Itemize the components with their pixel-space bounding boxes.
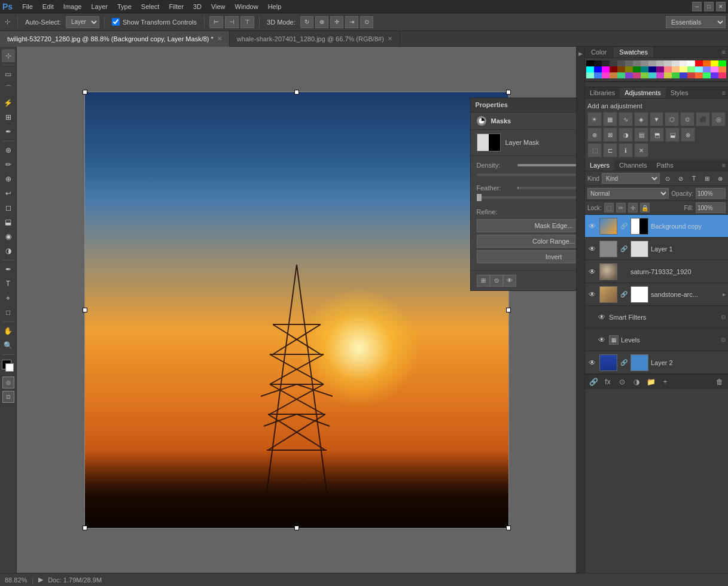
swatch-blue[interactable]	[594, 66, 602, 72]
swatch-orchid[interactable]	[656, 72, 664, 78]
kind-icon4[interactable]: ⊞	[702, 173, 712, 184]
smartfilters-options[interactable]: ⊙	[721, 314, 726, 320]
zoom-tool-btn[interactable]: 🔍	[2, 339, 15, 352]
adj-curves-btn[interactable]: ∿	[619, 112, 633, 126]
swatch-seafoam[interactable]	[617, 72, 625, 78]
swatch-gray4[interactable]	[617, 60, 625, 66]
gradient-btn[interactable]: ⬓	[2, 215, 15, 229]
swatch-aqua[interactable]	[648, 72, 656, 78]
adj-colorbal-btn[interactable]: ⊙	[680, 112, 695, 126]
swatch-gray3[interactable]	[610, 60, 617, 66]
layers-adj-btn[interactable]: ◑	[630, 377, 642, 387]
lock-image-btn[interactable]: ✏	[616, 203, 626, 212]
menu-help[interactable]: Help	[263, 2, 287, 11]
3d-pan-btn[interactable]: ✛	[330, 16, 343, 28]
menu-select[interactable]: Select	[136, 2, 165, 11]
layers-tab-channels[interactable]: Channels	[614, 160, 651, 171]
layer-row-saturn[interactable]: 👁 saturn-719332_1920	[585, 260, 728, 283]
align-center-btn[interactable]: ⊣	[225, 16, 239, 28]
swatch-pink[interactable]	[602, 72, 610, 78]
swatch-medpurple[interactable]	[711, 72, 718, 78]
tab-swatches[interactable]: Swatches	[613, 47, 654, 57]
layer-select[interactable]: Layer	[66, 16, 99, 28]
blend-mode-select[interactable]: Normal	[587, 188, 669, 199]
adj-selcolor-btn[interactable]: ⊗	[681, 127, 695, 142]
move-tool[interactable]: ⊹	[2, 17, 13, 27]
dodge-btn[interactable]: ◑	[2, 244, 15, 257]
layers-mask-btn[interactable]: ⊙	[616, 377, 628, 387]
menu-edit[interactable]: Edit	[38, 2, 59, 11]
swatch-green[interactable]	[718, 60, 726, 66]
kind-icon3[interactable]: T	[689, 173, 699, 184]
layers-tab-layers[interactable]: Layers	[585, 160, 614, 171]
opacity-input[interactable]	[696, 188, 726, 199]
3d-scale-btn[interactable]: ⊙	[360, 16, 373, 28]
tab-twilight-close[interactable]: ✕	[217, 35, 222, 42]
swatch-coral[interactable]	[718, 66, 726, 72]
color-swatches[interactable]	[2, 360, 15, 373]
adj-info-btn[interactable]: ℹ	[619, 143, 633, 157]
swatch-slateblue[interactable]	[680, 72, 687, 78]
adj-hsl-btn[interactable]: ⬡	[665, 112, 679, 126]
adj-delete-btn[interactable]: ✕	[634, 143, 648, 157]
lock-transparency-btn[interactable]: ⬚	[604, 203, 614, 212]
layer-expand-arrow[interactable]: ▸	[723, 291, 726, 297]
invert-button[interactable]: Invert	[477, 250, 577, 263]
layer-row-2[interactable]: 👁 🔗 Layer 2	[585, 351, 728, 374]
levels-options[interactable]: ⊙	[721, 336, 726, 343]
handle-tr[interactable]	[506, 90, 511, 95]
3d-slide-btn[interactable]: ⇥	[345, 16, 358, 28]
lock-all-btn[interactable]: 🔒	[640, 203, 650, 212]
swatch-crimson[interactable]	[718, 72, 726, 78]
footer-eye-btn[interactable]: 👁	[503, 275, 516, 287]
move-tool-btn[interactable]: ⊹	[2, 49, 15, 62]
layer-row-sandstone[interactable]: 👁 🔗 sandstone-arc... ▸	[585, 283, 728, 306]
layer-vis-smartfilters[interactable]: 👁	[597, 312, 607, 322]
lock-position-btn[interactable]: ✛	[628, 203, 638, 212]
collapse-btn[interactable]: ◀	[578, 51, 584, 57]
essentials-select[interactable]: Essentials	[666, 16, 726, 28]
footer-mask-btn[interactable]: ⊙	[490, 275, 503, 287]
handle-bc[interactable]	[294, 526, 299, 530]
menu-image[interactable]: Image	[59, 2, 87, 11]
layer-row-levels[interactable]: 👁 ▦ Levels ⊙	[585, 329, 728, 351]
tab-libraries[interactable]: Libraries	[585, 87, 620, 98]
swatch-lightblue[interactable]	[703, 66, 711, 72]
handle-mr[interactable]	[506, 308, 511, 312]
swatch-gray6[interactable]	[633, 60, 641, 66]
swatch-lightgreen[interactable]	[687, 66, 695, 72]
swatch-white[interactable]	[687, 60, 695, 66]
handle-tl[interactable]	[83, 90, 87, 95]
tab-styles[interactable]: Styles	[666, 87, 693, 98]
3d-rotate-btn[interactable]: ↻	[300, 16, 313, 28]
adj-gradmap-btn[interactable]: ⬓	[665, 127, 680, 142]
layer-row-smartfilters[interactable]: 👁 Smart Filters ⊙	[585, 306, 728, 329]
swatch-redorange[interactable]	[695, 72, 703, 78]
minimize-button[interactable]: ─	[692, 2, 702, 11]
adj-photofilter-btn[interactable]: ◎	[711, 112, 726, 126]
swatch-orange[interactable]	[703, 60, 711, 66]
menu-type[interactable]: Type	[112, 2, 136, 11]
history-brush-btn[interactable]: ↩	[2, 187, 15, 200]
swatch-teal[interactable]	[641, 66, 648, 72]
swatch-gray8[interactable]	[648, 60, 656, 66]
feather-slider[interactable]	[517, 187, 577, 189]
footer-add-btn[interactable]: ⊞	[477, 275, 490, 287]
swatch-tomato[interactable]	[687, 72, 695, 78]
handle-ml[interactable]	[83, 308, 87, 312]
layer-vis-levels[interactable]: 👁	[597, 335, 607, 345]
menu-file[interactable]: File	[17, 2, 38, 11]
kind-icon2[interactable]: ⊘	[675, 173, 686, 184]
layers-effects-btn[interactable]: fx	[602, 377, 614, 387]
show-transform-label[interactable]: Show Transform Controls	[109, 17, 199, 27]
adj-clipmask-btn[interactable]: ⬚	[587, 143, 602, 157]
handle-bl[interactable]	[83, 526, 87, 530]
lasso-tool-btn[interactable]: ⌒	[2, 82, 15, 95]
handle-tc[interactable]	[294, 90, 299, 95]
swatch-lightcyan[interactable]	[695, 66, 703, 72]
swatch-rose[interactable]	[633, 72, 641, 78]
swatch-purple[interactable]	[656, 66, 664, 72]
hand-tool-btn[interactable]: ✋	[2, 324, 15, 338]
layer-vis-saturn[interactable]: 👁	[587, 267, 597, 277]
status-arrow-btn[interactable]: ▶	[38, 576, 43, 584]
